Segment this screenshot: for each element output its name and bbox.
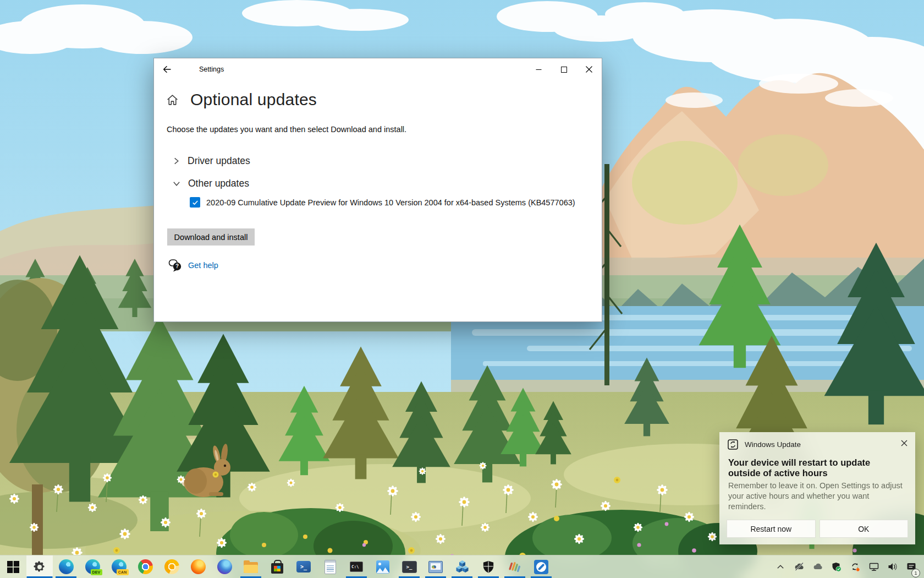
maximize-icon [561, 67, 567, 73]
taskbar-item-file-explorer[interactable] [238, 555, 264, 578]
section-driver-updates[interactable]: Driver updates [172, 155, 250, 167]
taskbar-item-edge-canary[interactable]: CAN [106, 555, 132, 578]
tray-action-center[interactable]: 1 [902, 555, 921, 578]
check-icon [191, 199, 199, 206]
notification-body: Remember to leave it on. Open Settings t… [728, 481, 903, 512]
system-tray: 1 [771, 555, 924, 578]
titlebar[interactable]: Settings [154, 58, 602, 80]
ok-button[interactable]: OK [820, 520, 909, 538]
taskbar-item-registry-editor[interactable] [449, 555, 475, 578]
taskbar-item-notepad[interactable] [317, 555, 343, 578]
notification-close-button[interactable] [898, 437, 910, 449]
update-checkbox[interactable] [190, 197, 200, 208]
tray-windows-security[interactable] [827, 555, 846, 578]
edge-dev-icon: DEV [85, 559, 100, 574]
help-chat-icon: ? [168, 258, 182, 272]
photos-icon [376, 560, 389, 574]
taskbar-item-edge[interactable] [53, 555, 79, 578]
taskbar-item-firefox[interactable] [185, 555, 211, 578]
edge-canary-icon: CAN [112, 559, 127, 574]
minimize-icon [536, 67, 542, 73]
notification-title: Your device will restart to update outsi… [728, 457, 900, 479]
update-item-label[interactable]: 2020-09 Cumulative Update Preview for Wi… [206, 198, 575, 207]
canary-badge: CAN [117, 569, 129, 575]
tray-update-pending[interactable] [846, 555, 865, 578]
back-button[interactable] [154, 58, 179, 80]
settings-window: Settings Optional updates Choose the upd… [153, 58, 602, 322]
start-button[interactable] [0, 555, 26, 578]
tray-chevron-up[interactable] [771, 555, 790, 578]
windows-update-icon [728, 439, 738, 450]
powershell-icon: >_ [296, 561, 311, 572]
chevron-up-icon [776, 563, 785, 571]
close-button[interactable] [576, 58, 602, 80]
taskbar-item-microsoft-store[interactable] [264, 555, 290, 578]
chrome-icon [138, 559, 153, 574]
close-icon [901, 440, 908, 446]
chrome-canary-icon [164, 559, 179, 574]
download-and-install-button[interactable]: Download and install [167, 228, 255, 246]
shield-icon [482, 560, 494, 574]
dev-badge: DEV [91, 569, 102, 575]
edge-icon [59, 559, 74, 574]
restart-now-button[interactable]: Restart now [727, 520, 816, 538]
intro-text: Choose the updates you want and then sel… [167, 125, 406, 134]
get-help-label: Get help [188, 261, 218, 270]
back-arrow-icon [162, 65, 172, 74]
speaker-icon [888, 562, 898, 571]
page-title: Optional updates [190, 90, 317, 109]
windows-logo-icon [7, 561, 19, 573]
notification-app-name: Windows Update [745, 440, 801, 449]
desktop: { "settings_window": { "title": "Setting… [0, 0, 924, 578]
tray-onedrive[interactable] [809, 555, 827, 578]
taskbar-item-windows-security[interactable] [475, 555, 502, 578]
tray-volume[interactable] [883, 555, 902, 578]
taskbar-item-remote-desktop[interactable] [528, 555, 554, 578]
minimize-button[interactable] [526, 58, 551, 80]
chevron-right-icon [172, 157, 180, 165]
window-title: Settings [199, 66, 224, 73]
update-item-row: 2020-09 Cumulative Update Preview for Wi… [190, 197, 575, 208]
svg-text:?: ? [175, 263, 179, 269]
taskbar: DEV CAN >_ C:\ >_ [0, 555, 924, 578]
performance-bars-icon [508, 560, 521, 574]
firefox-nightly-icon [217, 559, 232, 574]
maximize-button[interactable] [551, 58, 576, 80]
get-help-link[interactable]: ? Get help [168, 258, 218, 272]
tray-onedrive-offline[interactable] [790, 555, 809, 578]
remote-desktop-icon [534, 560, 548, 574]
taskbar-item-settings[interactable] [26, 555, 53, 578]
cloud-icon [813, 562, 823, 571]
chevron-down-icon [172, 179, 181, 188]
cmd-icon: C:\ [350, 561, 363, 572]
notification-count-badge: 1 [911, 569, 920, 577]
taskbar-item-performance-monitor[interactable] [502, 555, 528, 578]
taskbar-item-edge-dev[interactable]: DEV [79, 555, 106, 578]
firefox-icon [191, 559, 206, 574]
taskbar-item-photos[interactable] [370, 555, 396, 578]
cloud-slash-icon [794, 562, 805, 571]
system-configuration-icon [428, 561, 443, 573]
notepad-icon [324, 560, 336, 574]
close-icon [586, 66, 592, 73]
store-bag-icon [271, 563, 283, 574]
registry-cubes-icon [455, 560, 469, 574]
windows-update-notification: Windows Update Your device will restart … [719, 432, 915, 544]
terminal-icon: >_ [402, 561, 417, 573]
update-arrows-icon [850, 562, 860, 572]
taskbar-item-windows-terminal[interactable]: >_ [396, 555, 422, 578]
shield-check-icon [832, 562, 842, 572]
taskbar-item-command-prompt[interactable]: C:\ [343, 555, 370, 578]
taskbar-item-chrome-canary[interactable] [158, 555, 185, 578]
taskbar-item-system-configuration[interactable] [422, 555, 449, 578]
network-monitor-icon [869, 562, 879, 571]
tray-network[interactable] [865, 555, 883, 578]
taskbar-item-powershell[interactable]: >_ [290, 555, 317, 578]
gear-icon [33, 560, 46, 574]
folder-icon [244, 562, 258, 573]
home-icon [166, 94, 179, 106]
taskbar-item-chrome[interactable] [132, 555, 158, 578]
taskbar-item-firefox-nightly[interactable] [211, 555, 238, 578]
section-other-updates[interactable]: Other updates [172, 178, 249, 189]
